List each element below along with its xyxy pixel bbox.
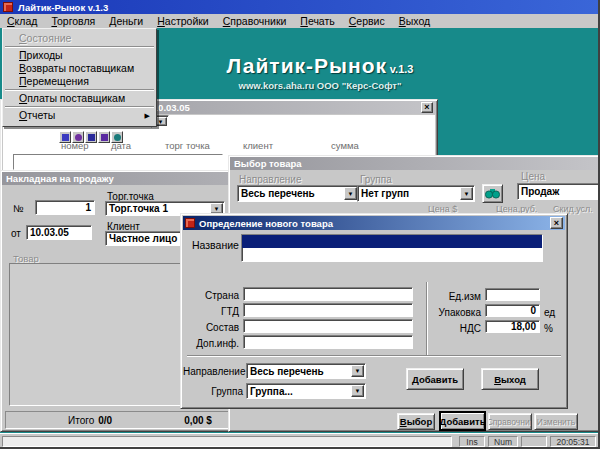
reference-button[interactable]: Справочник (488, 413, 532, 430)
select-direction-combo[interactable]: Весь перечень ▼ (237, 185, 359, 202)
sales-first-row[interactable] (13, 154, 223, 170)
ins-label: Ins (466, 437, 477, 447)
invoice-outlet-value: Торг.точка 1 (109, 203, 168, 214)
select-goods-titlebar[interactable]: Выбор товара (230, 157, 598, 170)
app-title: Лайтик-Рынок v.1.3 (18, 2, 108, 13)
vat-value: 18,00 (511, 321, 536, 332)
select-group-combo[interactable]: Нет групп ▼ (357, 185, 475, 202)
statusbar-ins-indicator: Ins (459, 436, 485, 447)
country-field[interactable] (243, 287, 413, 301)
pack-unit-label: ед (544, 307, 555, 318)
invoice-date-value: 10.03.05 (30, 227, 69, 238)
new-goods-dialog: Определение нового товара × Название Стр… (180, 213, 568, 409)
menu-item-reports[interactable]: Отчеты ▶ (3, 109, 156, 122)
vat-field[interactable]: 18,00 (485, 320, 540, 333)
splash-version: v.1.3 (390, 63, 414, 75)
clock-value: 20:05:31 (556, 437, 589, 447)
sales-column-headers: номер дата торг точка клиент сумма (1, 140, 431, 152)
select-price-combo[interactable]: Продаж (517, 183, 600, 200)
unit-field[interactable] (485, 288, 540, 301)
statusbar-message-panel (2, 436, 452, 447)
menubar: Склад Торговля Деньги Настройки Справочн… (0, 14, 600, 28)
dialog-titlebar[interactable]: Определение нового товара × (183, 216, 565, 230)
composition-label: Состав (189, 322, 239, 333)
search-button[interactable] (482, 184, 503, 203)
invoice-total-sum: 0,00 $ (184, 415, 212, 426)
sklad-menu-dropdown: Состояние Приходы Возвраты поставщикам П… (2, 28, 157, 127)
splash-subtitle: www.kors.aha.ru ООО "Керс-Софт" (170, 80, 470, 91)
dialog-direction-value: Весь перечень (250, 366, 324, 377)
add-button[interactable]: Добавить (440, 412, 485, 430)
submenu-arrow-icon: ▶ (145, 109, 150, 122)
select-button-label: Выбор (400, 416, 432, 427)
menubar-item-servis[interactable]: Сервис (342, 15, 392, 28)
chevron-down-icon[interactable]: ▼ (351, 365, 364, 377)
select-direction-value: Весь перечень (241, 188, 315, 199)
menu-item-payments[interactable]: Оплаты поставщикам (3, 92, 156, 105)
gtd-label: ГТД (189, 306, 239, 317)
menubar-item-torgovlya[interactable]: Торговля (44, 15, 102, 28)
menu-item-reports-label: Отчеты (19, 109, 55, 121)
menu-item-state[interactable]: Состояние (3, 32, 156, 45)
dialog-add-button[interactable]: Добавить (406, 368, 464, 390)
menu-separator (5, 46, 154, 48)
select-price-label: Цена (521, 171, 545, 182)
extra-info-field[interactable] (243, 335, 413, 349)
invoice-total-value: 0/0 (98, 415, 112, 426)
invoice-no-label: № (13, 203, 24, 214)
dialog-exit-button-label: Выход (494, 374, 526, 385)
select-direction-label: Направление (239, 174, 301, 185)
gtd-field[interactable] (243, 303, 413, 317)
column-outlet: торг точка (165, 140, 210, 151)
pack-field[interactable]: 0 (485, 304, 540, 317)
menu-item-returns[interactable]: Возвраты поставщикам (3, 62, 156, 75)
menu-separator (5, 106, 154, 108)
dialog-exit-button[interactable]: Выход (481, 368, 539, 390)
dialog-add-button-label: Добавить (412, 374, 458, 385)
menubar-item-spravochniki[interactable]: Справочники (216, 15, 294, 28)
dialog-direction-combo[interactable]: Весь перечень ▼ (246, 363, 366, 379)
horizontal-divider (187, 355, 561, 357)
dialog-title: Определение нового товара (199, 218, 333, 229)
name-field[interactable] (241, 234, 543, 262)
menubar-item-pechat[interactable]: Печать (293, 15, 341, 28)
select-group-value: Нет групп (361, 188, 409, 199)
splash-branding: Лайтик-Рынок v.1.3 www.kors.aha.ru ООО "… (170, 54, 470, 91)
select-button[interactable]: Выбор (397, 413, 435, 430)
splash-title: Лайтик-Рынок (227, 54, 388, 77)
name-label: Название (192, 239, 239, 251)
dialog-group-combo[interactable]: Группа... ▼ (246, 383, 366, 399)
name-field-selected-row[interactable] (242, 235, 542, 248)
vertical-divider (426, 282, 428, 356)
edit-button[interactable]: Изменить (534, 413, 578, 430)
menubar-item-nastroyki[interactable]: Настройки (150, 15, 216, 28)
chevron-down-icon[interactable]: ▼ (351, 385, 364, 397)
invoice-client-value: Частное лицо (109, 233, 177, 244)
menu-item-incomes[interactable]: Приходы (3, 49, 156, 62)
dialog-group-label: Группа (183, 386, 243, 397)
add-button-label: Добавить (440, 416, 485, 427)
chevron-down-icon[interactable]: ▼ (460, 187, 473, 200)
extra-info-label: Доп.инф. (183, 338, 239, 349)
app-titlebar[interactable]: Лайтик-Рынок v.1.3 (0, 0, 600, 14)
pack-label: Упаковка (429, 307, 481, 318)
menu-item-moves[interactable]: Перемещения (3, 75, 156, 88)
country-label: Страна (189, 290, 239, 301)
invoice-window-title: Накладная на продажу (6, 173, 114, 184)
statusbar-num-indicator: Num (488, 436, 518, 447)
menubar-item-dengi[interactable]: Деньги (102, 15, 150, 28)
invoice-no-field[interactable]: 1 (35, 200, 95, 215)
select-goods-title: Выбор товара (234, 158, 302, 169)
composition-field[interactable] (243, 319, 413, 333)
vat-label: НДС (429, 323, 481, 334)
sales-window-close-icon[interactable]: × (421, 102, 433, 113)
chevron-down-icon[interactable]: ▼ (344, 187, 357, 200)
invoice-no-value: 1 (85, 202, 91, 213)
invoice-date-field[interactable]: 10.03.05 (26, 225, 92, 240)
menubar-item-vyhod[interactable]: Выход (392, 15, 437, 28)
select-group-label: Группа (360, 174, 392, 185)
column-sum: сумма (331, 140, 359, 151)
dialog-close-icon[interactable]: × (550, 217, 563, 229)
menubar-item-sklad[interactable]: Склад (0, 15, 44, 28)
invoice-total-label: Итого (68, 415, 94, 426)
